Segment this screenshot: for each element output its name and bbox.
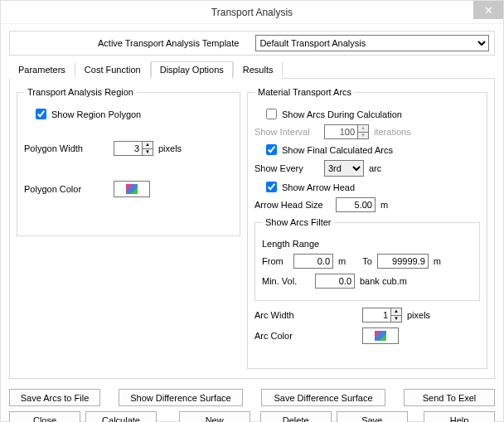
- delete-button[interactable]: Delete: [260, 411, 332, 422]
- arc-width-spinner[interactable]: ▲ ▼: [362, 308, 402, 323]
- show-final-arcs-checkbox[interactable]: [266, 144, 277, 155]
- close-icon[interactable]: ✕: [473, 1, 503, 19]
- left-column: Transport Analysis Region Show Region Po…: [17, 87, 240, 371]
- bank-unit-label: bank cub.m: [360, 276, 407, 286]
- window-title: Transport Analysis: [211, 7, 293, 18]
- from-input[interactable]: [293, 254, 333, 269]
- show-arcs-during-checkbox[interactable]: [266, 109, 277, 119]
- title-bar: Transport Analysis ✕: [1, 1, 503, 24]
- content-area: Active Transport Analysis Template Defau…: [1, 24, 503, 384]
- color-swatch-icon: [126, 184, 138, 194]
- show-region-polygon-label[interactable]: Show Region Polygon: [36, 109, 141, 119]
- show-arrow-head-label[interactable]: Show Arrow Head: [266, 182, 355, 192]
- help-button[interactable]: Help: [424, 411, 495, 422]
- arc-unit-label: arc: [369, 163, 381, 173]
- template-select[interactable]: Default Transport Analysis: [255, 35, 489, 51]
- arc-width-label: Arc Width: [254, 310, 319, 320]
- show-region-polygon-checkbox[interactable]: [36, 109, 46, 119]
- calculate-button[interactable]: Calculate: [85, 411, 157, 422]
- spin-down-icon[interactable]: ▼: [390, 315, 402, 323]
- pixels-label-2: pixels: [407, 310, 430, 320]
- arcs-filter-title: Show Arcs Filter: [262, 217, 334, 227]
- show-final-arcs-label[interactable]: Show Final Calculated Arcs: [266, 144, 393, 155]
- from-label: From: [262, 256, 288, 266]
- color-swatch-icon: [375, 331, 386, 341]
- show-diff-surface-button[interactable]: Show Difference Surface: [119, 389, 243, 406]
- iterations-label: iterations: [374, 127, 411, 137]
- show-interval-spinner: ▲ ▼: [324, 124, 369, 139]
- dialog-window: Transport Analysis ✕ Active Transport An…: [0, 0, 504, 422]
- tab-results[interactable]: Results: [234, 61, 283, 79]
- arcs-group: Material Transport Arcs Show Arcs During…: [247, 87, 487, 369]
- send-to-exel-button[interactable]: Send To Exel: [404, 389, 495, 406]
- m-label-2: m: [338, 256, 346, 266]
- show-arcs-during-label[interactable]: Show Arcs During Calculation: [266, 109, 402, 119]
- show-interval-input: [324, 124, 357, 139]
- polygon-color-label: Polygon Color: [24, 184, 89, 194]
- arcs-filter-group: Show Arcs Filter Length Range From m To …: [254, 217, 480, 301]
- spin-up-icon[interactable]: ▲: [142, 141, 153, 148]
- arrow-head-size-input[interactable]: [336, 197, 376, 212]
- tab-body: Transport Analysis Region Show Region Po…: [9, 79, 495, 379]
- to-input[interactable]: [377, 254, 429, 269]
- arrow-head-size-label: Arrow Head Size: [254, 200, 331, 210]
- spin-down-icon: ▼: [357, 132, 369, 140]
- close-button[interactable]: Close: [9, 411, 80, 422]
- min-vol-label: Min. Vol.: [262, 276, 310, 286]
- region-group-title: Transport Analysis Region: [24, 87, 137, 97]
- template-selector-row: Active Transport Analysis Template Defau…: [9, 31, 495, 56]
- tab-parameters[interactable]: Parameters: [9, 61, 75, 79]
- template-label: Active Transport Analysis Template: [98, 38, 239, 48]
- save-button[interactable]: Save: [337, 411, 408, 422]
- m-label: m: [380, 200, 388, 210]
- right-column: Material Transport Arcs Show Arcs During…: [247, 87, 487, 371]
- button-rows: Save Arcs to File Show Difference Surfac…: [1, 389, 503, 422]
- arc-color-label: Arc Color: [254, 331, 319, 341]
- length-range-label: Length Range: [262, 239, 319, 249]
- show-every-select[interactable]: 3rd: [324, 160, 364, 177]
- spin-down-icon[interactable]: ▼: [142, 148, 153, 157]
- save-diff-surface-button[interactable]: Save Difference Surface: [261, 389, 385, 406]
- pixels-label: pixels: [158, 143, 182, 153]
- tab-cost-function[interactable]: Cost Function: [75, 61, 150, 79]
- show-every-label: Show Every: [254, 163, 319, 173]
- show-arrow-head-checkbox[interactable]: [266, 182, 277, 192]
- to-label: To: [362, 256, 372, 266]
- polygon-width-spinner[interactable]: ▲ ▼: [114, 141, 153, 156]
- region-group: Transport Analysis Region Show Region Po…: [17, 87, 240, 236]
- arcs-group-title: Material Transport Arcs: [254, 87, 355, 97]
- m-label-3: m: [434, 256, 441, 266]
- tab-strip: Parameters Cost Function Display Options…: [9, 61, 495, 79]
- arc-width-input[interactable]: [362, 308, 390, 323]
- polygon-width-label: Polygon Width: [24, 143, 89, 153]
- arc-color-button[interactable]: [362, 327, 399, 344]
- show-interval-label: Show Interval: [254, 127, 319, 137]
- polygon-width-input[interactable]: [114, 141, 142, 156]
- polygon-color-button[interactable]: [114, 181, 150, 197]
- spin-up-icon[interactable]: ▲: [390, 308, 402, 315]
- tab-display-options[interactable]: Display Options: [151, 61, 233, 79]
- save-arcs-button[interactable]: Save Arcs to File: [9, 389, 100, 406]
- spin-up-icon: ▲: [357, 124, 369, 132]
- min-vol-input[interactable]: [315, 274, 355, 289]
- new-button[interactable]: New: [179, 411, 250, 422]
